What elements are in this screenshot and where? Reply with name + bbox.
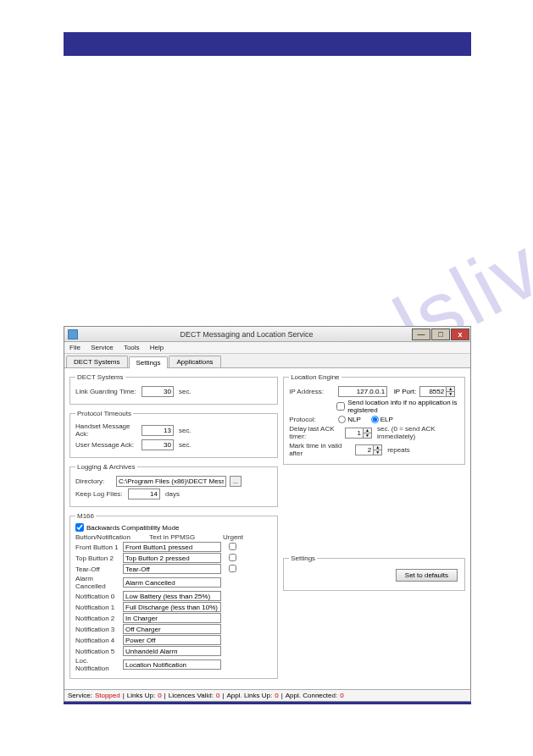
m166-text-input[interactable] (123, 659, 221, 670)
input-user-ack[interactable] (142, 439, 174, 450)
m166-row: Notification 3 (75, 624, 272, 634)
label-mark-time: Mark time in valid after (289, 442, 352, 457)
head-urgent: Urgent (221, 533, 243, 541)
set-defaults-button[interactable]: Set to defaults (396, 569, 458, 582)
m166-row: Notification 5 (75, 646, 272, 656)
m166-row-label: Notification 5 (75, 648, 123, 655)
label-delay-ack: Delay last ACK timer: (289, 425, 341, 440)
menu-service[interactable]: Service (91, 344, 114, 351)
m166-text-input[interactable] (123, 646, 221, 656)
m166-row: Tear-Off (75, 564, 272, 574)
menu-file[interactable]: File (69, 344, 81, 351)
m166-row: Notification 4 (75, 635, 272, 645)
m166-row-label: Notification 2 (75, 615, 123, 622)
legend-protocol: Protocol Timeouts (75, 410, 133, 417)
m166-text-input[interactable] (123, 564, 221, 574)
status-licences-label: Licences Valid: (169, 692, 214, 699)
group-logging: Logging & Archives Directory: ... Keep L… (69, 463, 278, 507)
m166-text-input[interactable] (123, 602, 221, 612)
spin-down-icon[interactable]: ▼ (446, 392, 454, 396)
tab-applications[interactable]: Applications (169, 356, 220, 367)
m166-row-label: Notification 3 (75, 626, 123, 633)
app-window: DECT Messaging and Location Service — □ … (64, 326, 471, 702)
m166-row: Notification 2 (75, 613, 272, 623)
m166-text-input[interactable] (123, 635, 221, 645)
m166-text-input[interactable] (123, 553, 221, 563)
m166-row-label: Notification 4 (75, 637, 123, 644)
close-button[interactable]: x (451, 328, 469, 340)
label-send-location: Send location info if no application is … (347, 399, 459, 414)
page-header-bar (64, 32, 471, 56)
tab-dect-systems[interactable]: DECT Systems (66, 356, 128, 367)
unit-sec: sec. (179, 427, 192, 434)
minimize-button[interactable]: — (412, 328, 430, 340)
radio-elp[interactable]: ELP (371, 416, 393, 423)
titlebar: DECT Messaging and Location Service — □ … (64, 327, 470, 342)
input-keep-log[interactable] (128, 488, 160, 499)
right-column: Location Engine IP Address: IP Port: ▲▼ … (283, 373, 465, 684)
m166-urgent-checkbox[interactable] (229, 554, 236, 561)
menu-tools[interactable]: Tools (124, 344, 140, 351)
head-text-ppmsg: Text in PPMSG (123, 533, 221, 541)
label-link-guarding: Link Guarding Time: (75, 388, 138, 395)
app-icon (68, 329, 78, 339)
spin-down-icon[interactable]: ▼ (373, 450, 381, 455)
m166-text-input[interactable] (123, 542, 221, 552)
status-licences-value: 0 (216, 692, 219, 699)
legend-dect: DECT Systems (75, 373, 125, 381)
legend-m166: M166 (75, 512, 96, 520)
group-m166: M166 Backwards Compatibility Mode Button… (69, 512, 278, 679)
window-title: DECT Messaging and Location Service (81, 330, 412, 339)
m166-text-input[interactable] (123, 591, 221, 601)
status-service-label: Service: (68, 692, 92, 699)
m166-text-input[interactable] (123, 577, 221, 588)
group-settings-actions: Settings Set to defaults (283, 555, 465, 591)
status-appl-conn-value: 0 (340, 692, 343, 699)
status-links-value: 0 (158, 692, 161, 699)
m166-row-label: Front Button 1 (75, 544, 123, 551)
input-delay[interactable] (346, 428, 363, 438)
hint-delay: sec. (0 = send ACK immediately) (377, 425, 459, 440)
unit-repeats: repeats (387, 446, 410, 454)
status-links-label: Links Up: (127, 692, 155, 699)
legend-location: Location Engine (289, 373, 341, 381)
label-compat-mode: Backwards Compatibility Mode (86, 524, 179, 532)
unit-sec: sec. (179, 388, 192, 395)
window-buttons: — □ x (412, 328, 470, 340)
menubar: File Service Tools Help (64, 342, 470, 354)
statusbar: Service: Stopped | Links Up: 0 | Licence… (64, 689, 470, 701)
menu-help[interactable]: Help (150, 344, 164, 351)
m166-urgent-checkbox[interactable] (229, 565, 236, 572)
m166-row: Loc. Notification (75, 657, 272, 672)
checkbox-send-location[interactable] (336, 402, 345, 411)
unit-sec: sec. (179, 441, 192, 449)
radio-nlp-label: NLP (347, 416, 361, 423)
input-link-guarding[interactable] (142, 386, 174, 397)
m166-row: Alarm Cancelled (75, 575, 272, 590)
m166-urgent-checkbox[interactable] (229, 543, 236, 550)
m166-row-label: Loc. Notification (75, 657, 123, 672)
m166-text-input[interactable] (123, 624, 221, 634)
checkbox-compat-mode[interactable] (75, 523, 84, 532)
spin-down-icon[interactable]: ▼ (363, 433, 371, 438)
spinner-mark[interactable]: ▲▼ (355, 444, 382, 455)
spinner-port[interactable]: ▲▼ (419, 386, 455, 397)
label-port: IP Port: (391, 388, 416, 395)
m166-text-input[interactable] (123, 613, 221, 623)
spinner-delay[interactable]: ▲▼ (345, 428, 372, 439)
tab-settings[interactable]: Settings (129, 356, 169, 368)
input-directory[interactable] (116, 476, 226, 487)
label-protocol: Protocol: (289, 416, 335, 423)
input-mark[interactable] (356, 445, 373, 455)
label-handset-ack: Handset Message Ack: (75, 422, 138, 438)
maximize-button[interactable]: □ (431, 328, 450, 340)
input-port[interactable] (420, 387, 446, 396)
input-handset-ack[interactable] (142, 425, 174, 436)
m166-row: Front Button 1 (75, 542, 272, 552)
radio-nlp[interactable]: NLP (338, 416, 361, 423)
label-user-ack: User Message Ack: (75, 441, 138, 449)
status-appl-links-value: 0 (275, 692, 278, 699)
browse-button[interactable]: ... (230, 476, 242, 487)
input-ip[interactable] (338, 386, 387, 397)
m166-row: Notification 0 (75, 591, 272, 601)
